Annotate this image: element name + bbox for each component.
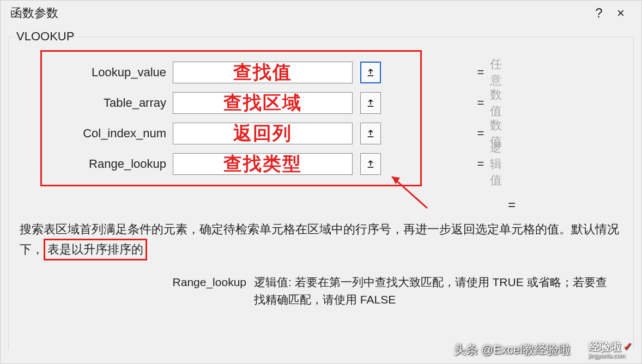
parameter-description: Range_lookup 逻辑值: 若要在第一列中查找大致匹配，请使用 TRUE…: [20, 274, 622, 308]
param-label: Lookup_value: [47, 65, 173, 80]
description-highlight-box: 表是以升序排序的: [44, 239, 147, 260]
title-bar: 函数参数 ? ×: [1, 1, 641, 26]
range-picker-button[interactable]: [360, 123, 381, 144]
range-picker-button[interactable]: [360, 92, 381, 114]
result-equals: =: [401, 197, 622, 213]
watermark-logo: 经验啦✓ jingyanla.com: [589, 339, 633, 359]
collapse-dialog-icon: [366, 129, 375, 138]
range-picker-button[interactable]: [360, 153, 381, 175]
dialog-content: VLOOKUP Lookup_value 查找值: [8, 37, 634, 350]
check-icon: ✓: [623, 341, 633, 353]
equals-label: =: [473, 157, 489, 171]
range-picker-button[interactable]: [360, 62, 381, 83]
dialog-title: 函数参数: [10, 5, 588, 21]
equals-label: =: [473, 96, 489, 110]
equals-label: =: [473, 126, 489, 141]
close-button[interactable]: ×: [610, 5, 632, 21]
function-arguments-dialog: 函数参数 ? × VLOOKUP Lookup_value 查找值: [0, 0, 642, 364]
collapse-dialog-icon: [366, 68, 375, 77]
equals-label: =: [473, 65, 489, 80]
param-label: Table_array: [47, 96, 173, 110]
param-label: Range_lookup: [47, 157, 173, 171]
collapse-dialog-icon: [366, 159, 375, 169]
help-button[interactable]: ?: [588, 5, 610, 21]
param-desc-text: 逻辑值: 若要在第一列中查找大致匹配，请使用 TRUE 或省略；若要查找精确匹配…: [254, 274, 622, 308]
param-desc-name: Range_lookup: [20, 274, 254, 308]
collapse-dialog-icon: [366, 98, 375, 108]
col-index-num-input[interactable]: [173, 123, 353, 144]
watermark-sub: jingyanla.com: [589, 353, 633, 359]
function-name: VLOOKUP: [13, 29, 77, 44]
param-label: Col_index_num: [47, 126, 173, 141]
table-array-input[interactable]: [173, 92, 353, 114]
range-lookup-input[interactable]: [173, 153, 353, 175]
watermark-text: 头条 @Excel教经验啦: [454, 342, 571, 358]
watermark-main: 经验啦: [589, 341, 621, 353]
parameter-highlight-box: Lookup_value 查找值 = 任意 T: [40, 50, 422, 186]
function-description: 搜索表区域首列满足条件的元素，确定待检索单元格在区域中的行序号，再进一步返回选定…: [20, 220, 622, 260]
param-type: 逻辑值: [490, 139, 502, 189]
lookup-value-input[interactable]: [173, 62, 353, 83]
param-type: 数值: [490, 87, 502, 119]
param-type: 任意: [490, 56, 502, 89]
